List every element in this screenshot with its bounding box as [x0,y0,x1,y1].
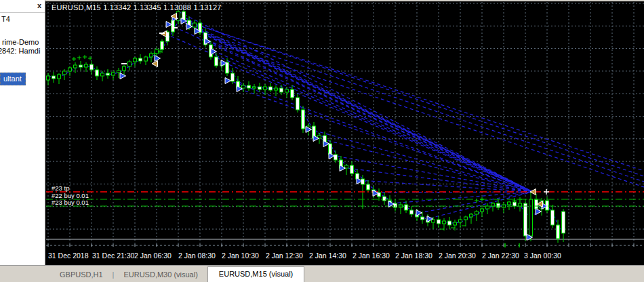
svg-text:31 Dec 21:30: 31 Dec 21:30 [92,251,135,260]
sidebar-item-selected-expert[interactable]: ultant [0,73,26,85]
mt4-application: EURUSD,M15 1.13342 1.13345 1.13088 1.131… [0,0,644,282]
time-axis: 31 Dec 201831 Dec 21:302 Jan 06:302 Jan … [46,243,644,260]
signal-plus-icons [72,49,522,229]
svg-text:2 Jan 08:30: 2 Jan 08:30 [178,251,216,260]
tab-gbpusd-h1[interactable]: GBPUSD,H1 [50,268,113,282]
svg-text:#23 buy 0.01: #23 buy 0.01 [52,199,89,206]
svg-text:2 Jan 18:30: 2 Jan 18:30 [395,251,432,260]
chart-title-ohlc: EURUSD,M15 1.13342 1.13345 1.13088 1.131… [52,3,222,12]
navigator-sidebar: x T4 rime-Demo 2842: Hamdi ultant [0,0,45,266]
svg-text:#23 tp: #23 tp [52,184,69,192]
sidebar-item-account-name[interactable]: 2842: Hamdi [0,47,40,55]
svg-text:2 Jan 06:30: 2 Jan 06:30 [134,251,172,260]
close-icon[interactable]: x [37,1,41,10]
svg-text:2 Jan 16:30: 2 Jan 16:30 [353,251,390,260]
sidebar-item-mt4[interactable]: T4 [1,15,10,23]
chart-canvas[interactable]: #23 tp#22 buy 0.01#23 buy 0.0131 Dec 201… [0,0,644,282]
sidebar-item-account-server[interactable]: rime-Demo [2,38,39,46]
svg-text:2 Jan 12:30: 2 Jan 12:30 [266,251,303,260]
buy-arrow-icons [120,16,548,241]
svg-text:31 Dec 2018: 31 Dec 2018 [48,251,89,260]
close-arrow-icons [152,14,543,207]
tab-eurusd-m30-visual[interactable]: EURUSD,M30 (visual) [114,268,207,282]
trade-history-lines [165,12,644,218]
sidebar-titlebar: x [0,0,45,13]
chart-tab-bar: GBPUSD,H1 | EURUSD,M30 (visual) EURUSD,M… [0,265,644,282]
svg-text:2 Jan 22:30: 2 Jan 22:30 [482,251,519,260]
svg-text:2 Jan 20:30: 2 Jan 20:30 [439,251,476,260]
svg-text:2 Jan 10:30: 2 Jan 10:30 [222,251,259,260]
svg-text:2 Jan 14:30: 2 Jan 14:30 [309,251,346,260]
order-lines[interactable]: #23 tp#22 buy 0.01#23 buy 0.01 [46,184,644,206]
tab-eurusd-m15-visual[interactable]: EURUSD,M15 (visual) [207,266,304,282]
svg-text:3 Jan 00:30: 3 Jan 00:30 [524,251,561,260]
